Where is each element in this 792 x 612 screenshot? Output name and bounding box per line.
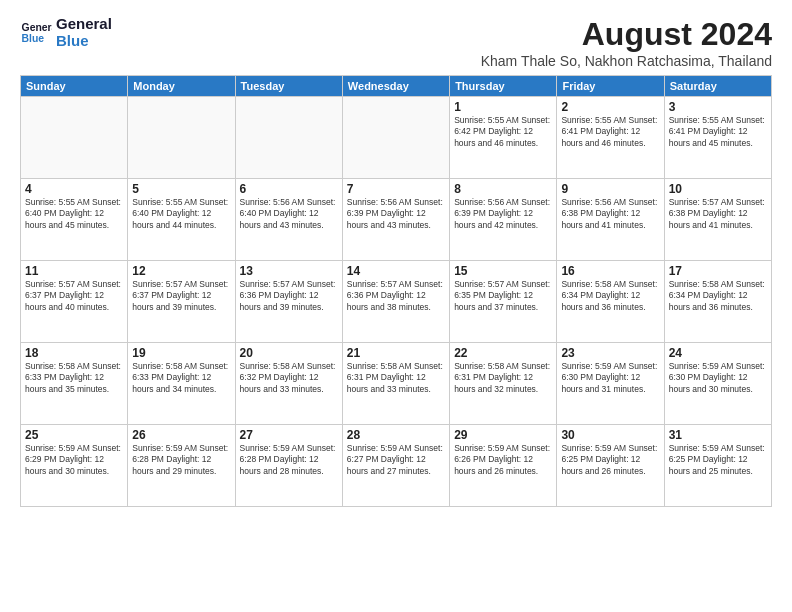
day-number: 8: [454, 182, 552, 196]
day-number: 17: [669, 264, 767, 278]
weekday-saturday: Saturday: [664, 76, 771, 97]
day-info: Sunrise: 5:56 AM Sunset: 6:40 PM Dayligh…: [240, 197, 338, 231]
day-info: Sunrise: 5:56 AM Sunset: 6:38 PM Dayligh…: [561, 197, 659, 231]
calendar-cell: 10Sunrise: 5:57 AM Sunset: 6:38 PM Dayli…: [664, 179, 771, 261]
calendar-cell: 6Sunrise: 5:56 AM Sunset: 6:40 PM Daylig…: [235, 179, 342, 261]
day-number: 29: [454, 428, 552, 442]
day-info: Sunrise: 5:58 AM Sunset: 6:33 PM Dayligh…: [132, 361, 230, 395]
day-info: Sunrise: 5:59 AM Sunset: 6:25 PM Dayligh…: [561, 443, 659, 477]
calendar-cell: 24Sunrise: 5:59 AM Sunset: 6:30 PM Dayli…: [664, 343, 771, 425]
calendar-header-row: Sunday Monday Tuesday Wednesday Thursday…: [21, 76, 772, 97]
day-info: Sunrise: 5:55 AM Sunset: 6:41 PM Dayligh…: [669, 115, 767, 149]
day-info: Sunrise: 5:56 AM Sunset: 6:39 PM Dayligh…: [454, 197, 552, 231]
calendar-cell: 17Sunrise: 5:58 AM Sunset: 6:34 PM Dayli…: [664, 261, 771, 343]
calendar-week-4: 25Sunrise: 5:59 AM Sunset: 6:29 PM Dayli…: [21, 425, 772, 507]
day-info: Sunrise: 5:57 AM Sunset: 6:36 PM Dayligh…: [347, 279, 445, 313]
svg-text:General: General: [22, 22, 52, 33]
day-info: Sunrise: 5:57 AM Sunset: 6:35 PM Dayligh…: [454, 279, 552, 313]
calendar-cell: 23Sunrise: 5:59 AM Sunset: 6:30 PM Dayli…: [557, 343, 664, 425]
day-info: Sunrise: 5:57 AM Sunset: 6:38 PM Dayligh…: [669, 197, 767, 231]
weekday-thursday: Thursday: [450, 76, 557, 97]
day-number: 15: [454, 264, 552, 278]
logo: General Blue General Blue: [20, 16, 112, 49]
day-number: 31: [669, 428, 767, 442]
page-header: General Blue General Blue August 2024 Kh…: [20, 16, 772, 69]
calendar-cell: 14Sunrise: 5:57 AM Sunset: 6:36 PM Dayli…: [342, 261, 449, 343]
day-number: 26: [132, 428, 230, 442]
day-info: Sunrise: 5:59 AM Sunset: 6:27 PM Dayligh…: [347, 443, 445, 477]
day-info: Sunrise: 5:59 AM Sunset: 6:28 PM Dayligh…: [240, 443, 338, 477]
month-year: August 2024: [481, 16, 772, 53]
calendar-cell: [235, 97, 342, 179]
calendar-cell: 13Sunrise: 5:57 AM Sunset: 6:36 PM Dayli…: [235, 261, 342, 343]
day-number: 3: [669, 100, 767, 114]
day-number: 20: [240, 346, 338, 360]
calendar-cell: [342, 97, 449, 179]
day-number: 28: [347, 428, 445, 442]
location: Kham Thale So, Nakhon Ratchasima, Thaila…: [481, 53, 772, 69]
day-number: 25: [25, 428, 123, 442]
calendar-cell: 4Sunrise: 5:55 AM Sunset: 6:40 PM Daylig…: [21, 179, 128, 261]
calendar-cell: 5Sunrise: 5:55 AM Sunset: 6:40 PM Daylig…: [128, 179, 235, 261]
calendar-cell: 27Sunrise: 5:59 AM Sunset: 6:28 PM Dayli…: [235, 425, 342, 507]
day-number: 10: [669, 182, 767, 196]
calendar-cell: 28Sunrise: 5:59 AM Sunset: 6:27 PM Dayli…: [342, 425, 449, 507]
calendar-cell: 11Sunrise: 5:57 AM Sunset: 6:37 PM Dayli…: [21, 261, 128, 343]
day-number: 18: [25, 346, 123, 360]
day-info: Sunrise: 5:55 AM Sunset: 6:41 PM Dayligh…: [561, 115, 659, 149]
logo-line2: Blue: [56, 33, 112, 50]
day-number: 6: [240, 182, 338, 196]
day-number: 2: [561, 100, 659, 114]
day-number: 7: [347, 182, 445, 196]
day-number: 24: [669, 346, 767, 360]
day-info: Sunrise: 5:58 AM Sunset: 6:34 PM Dayligh…: [669, 279, 767, 313]
weekday-wednesday: Wednesday: [342, 76, 449, 97]
calendar-week-2: 11Sunrise: 5:57 AM Sunset: 6:37 PM Dayli…: [21, 261, 772, 343]
calendar-cell: 15Sunrise: 5:57 AM Sunset: 6:35 PM Dayli…: [450, 261, 557, 343]
calendar-cell: 31Sunrise: 5:59 AM Sunset: 6:25 PM Dayli…: [664, 425, 771, 507]
calendar-cell: 26Sunrise: 5:59 AM Sunset: 6:28 PM Dayli…: [128, 425, 235, 507]
calendar-cell: 29Sunrise: 5:59 AM Sunset: 6:26 PM Dayli…: [450, 425, 557, 507]
calendar-cell: 21Sunrise: 5:58 AM Sunset: 6:31 PM Dayli…: [342, 343, 449, 425]
logo-icon: General Blue: [20, 17, 52, 49]
calendar-week-0: 1Sunrise: 5:55 AM Sunset: 6:42 PM Daylig…: [21, 97, 772, 179]
day-info: Sunrise: 5:55 AM Sunset: 6:42 PM Dayligh…: [454, 115, 552, 149]
calendar-cell: 19Sunrise: 5:58 AM Sunset: 6:33 PM Dayli…: [128, 343, 235, 425]
calendar-cell: 2Sunrise: 5:55 AM Sunset: 6:41 PM Daylig…: [557, 97, 664, 179]
svg-text:Blue: Blue: [22, 32, 45, 43]
calendar-cell: 20Sunrise: 5:58 AM Sunset: 6:32 PM Dayli…: [235, 343, 342, 425]
day-number: 23: [561, 346, 659, 360]
day-info: Sunrise: 5:59 AM Sunset: 6:28 PM Dayligh…: [132, 443, 230, 477]
title-block: August 2024 Kham Thale So, Nakhon Ratcha…: [481, 16, 772, 69]
day-number: 14: [347, 264, 445, 278]
calendar-cell: 22Sunrise: 5:58 AM Sunset: 6:31 PM Dayli…: [450, 343, 557, 425]
day-number: 30: [561, 428, 659, 442]
weekday-tuesday: Tuesday: [235, 76, 342, 97]
day-number: 27: [240, 428, 338, 442]
day-info: Sunrise: 5:58 AM Sunset: 6:33 PM Dayligh…: [25, 361, 123, 395]
day-info: Sunrise: 5:56 AM Sunset: 6:39 PM Dayligh…: [347, 197, 445, 231]
day-info: Sunrise: 5:57 AM Sunset: 6:36 PM Dayligh…: [240, 279, 338, 313]
calendar-cell: 9Sunrise: 5:56 AM Sunset: 6:38 PM Daylig…: [557, 179, 664, 261]
day-info: Sunrise: 5:58 AM Sunset: 6:32 PM Dayligh…: [240, 361, 338, 395]
calendar-week-3: 18Sunrise: 5:58 AM Sunset: 6:33 PM Dayli…: [21, 343, 772, 425]
day-number: 11: [25, 264, 123, 278]
day-info: Sunrise: 5:59 AM Sunset: 6:26 PM Dayligh…: [454, 443, 552, 477]
day-number: 21: [347, 346, 445, 360]
day-info: Sunrise: 5:59 AM Sunset: 6:25 PM Dayligh…: [669, 443, 767, 477]
calendar-week-1: 4Sunrise: 5:55 AM Sunset: 6:40 PM Daylig…: [21, 179, 772, 261]
day-info: Sunrise: 5:59 AM Sunset: 6:29 PM Dayligh…: [25, 443, 123, 477]
day-number: 22: [454, 346, 552, 360]
day-number: 4: [25, 182, 123, 196]
day-info: Sunrise: 5:58 AM Sunset: 6:34 PM Dayligh…: [561, 279, 659, 313]
day-info: Sunrise: 5:55 AM Sunset: 6:40 PM Dayligh…: [132, 197, 230, 231]
calendar-cell: 25Sunrise: 5:59 AM Sunset: 6:29 PM Dayli…: [21, 425, 128, 507]
day-info: Sunrise: 5:57 AM Sunset: 6:37 PM Dayligh…: [25, 279, 123, 313]
calendar: Sunday Monday Tuesday Wednesday Thursday…: [20, 75, 772, 507]
day-number: 12: [132, 264, 230, 278]
calendar-cell: 18Sunrise: 5:58 AM Sunset: 6:33 PM Dayli…: [21, 343, 128, 425]
calendar-cell: [128, 97, 235, 179]
day-number: 16: [561, 264, 659, 278]
calendar-cell: 7Sunrise: 5:56 AM Sunset: 6:39 PM Daylig…: [342, 179, 449, 261]
day-info: Sunrise: 5:58 AM Sunset: 6:31 PM Dayligh…: [454, 361, 552, 395]
